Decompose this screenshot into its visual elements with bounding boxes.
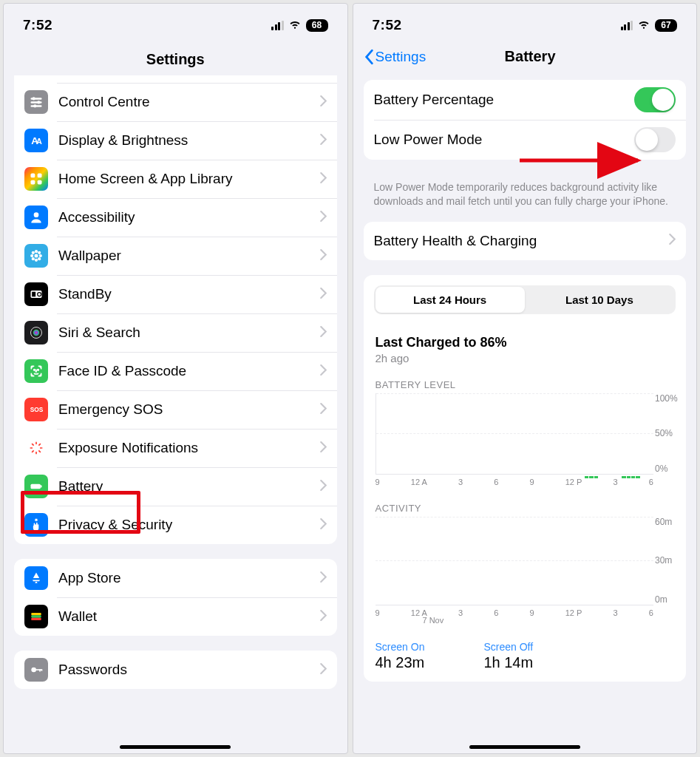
svg-point-26 <box>33 330 39 336</box>
time-range-segmented[interactable]: Last 24 Hours Last 10 Days <box>374 285 676 314</box>
row-label: StandBy <box>58 286 320 302</box>
svg-line-37 <box>32 450 34 452</box>
row-battery[interactable]: Battery <box>14 467 337 506</box>
seg-10d[interactable]: Last 10 Days <box>525 287 674 313</box>
chevron-right-icon <box>320 480 327 494</box>
svg-point-3 <box>33 97 35 100</box>
battery-percent: 67 <box>661 20 670 30</box>
faceid-icon <box>24 359 48 383</box>
chevron-right-icon <box>320 326 327 340</box>
row-label: Home Screen & App Library <box>58 171 320 187</box>
toggle-battery-percentage[interactable] <box>634 87 676 112</box>
chart-activity: 60m 30m 0m 912 A36912 P36 7 Nov <box>364 517 687 632</box>
flower-icon <box>24 244 48 268</box>
svg-rect-45 <box>35 669 41 671</box>
stat-screen-off: Screen Off 1h 14m <box>483 641 533 671</box>
svg-line-36 <box>38 450 41 452</box>
toggle-low-power-mode[interactable] <box>634 127 676 152</box>
row-app-store[interactable]: App Store <box>14 559 337 597</box>
chevron-right-icon <box>320 211 327 225</box>
siri-icon <box>24 321 48 344</box>
battery-toggles-group: Battery Percentage Low Power Mode <box>364 80 687 160</box>
chevron-right-icon <box>320 571 327 585</box>
settings-scroll[interactable]: General Control Centre AA Display & Brig… <box>4 75 347 753</box>
row-label: Accessibility <box>58 209 320 225</box>
row-siri-search[interactable]: Siri & Search <box>14 313 337 352</box>
row-label: Passwords <box>58 662 320 678</box>
chevron-left-icon <box>364 49 374 65</box>
row-face-id-passcode[interactable]: Face ID & Passcode <box>14 352 337 390</box>
row-accessibility[interactable]: Accessibility <box>14 198 337 237</box>
row-battery-percentage[interactable]: Battery Percentage <box>364 80 687 120</box>
row-label: Exposure Notifications <box>58 440 320 456</box>
sos-icon: SOS <box>24 398 48 421</box>
row-general[interactable]: General <box>14 75 337 83</box>
nav-bar: Settings Battery <box>353 41 697 72</box>
svg-rect-23 <box>32 292 35 297</box>
phone-settings: 7:52 68 Settings General Control Centre … <box>3 3 348 754</box>
battery-indicator: 67 <box>655 19 677 32</box>
row-battery-health[interactable]: Battery Health & Charging <box>364 222 687 260</box>
chevron-right-icon <box>320 288 327 302</box>
home-indicator[interactable] <box>120 745 231 749</box>
row-label: Wallpaper <box>58 248 320 264</box>
chevron-right-icon <box>320 441 327 455</box>
svg-point-20 <box>32 257 35 260</box>
chevron-right-icon <box>320 610 327 624</box>
svg-rect-43 <box>31 618 41 620</box>
home-indicator[interactable] <box>469 745 580 749</box>
svg-point-13 <box>35 254 38 258</box>
svg-rect-42 <box>31 615 41 617</box>
svg-line-38 <box>38 444 41 446</box>
svg-rect-8 <box>31 174 35 178</box>
row-label: Display & Brightness <box>58 132 320 149</box>
settings-group-2: App Store Wallet <box>14 559 337 636</box>
chevron-right-icon <box>320 134 327 148</box>
chart-title-level: BATTERY LEVEL <box>364 375 687 393</box>
row-label: Battery Health & Charging <box>374 233 670 249</box>
row-privacy-security[interactable]: Privacy & Security <box>14 506 337 544</box>
svg-rect-40 <box>41 485 42 487</box>
row-wallet[interactable]: Wallet <box>14 597 337 636</box>
svg-rect-10 <box>31 180 35 185</box>
row-display-brightness[interactable]: AA Display & Brightness <box>14 121 337 160</box>
status-icons: 68 <box>271 17 328 33</box>
row-exposure-notifications[interactable]: Exposure Notifications <box>14 429 337 467</box>
row-wallpaper[interactable]: Wallpaper <box>14 237 337 275</box>
chart-title-activity: ACTIVITY <box>364 498 687 517</box>
y-axis-level: 100% 50% 0% <box>655 393 683 474</box>
chevron-right-icon <box>320 364 327 378</box>
row-passwords[interactable]: Passwords <box>14 651 337 689</box>
last-charged-sub: 2h ago <box>364 352 687 375</box>
row-label: Battery <box>58 478 320 495</box>
svg-point-19 <box>38 251 41 254</box>
row-label: Emergency SOS <box>58 401 320 418</box>
svg-point-21 <box>38 257 41 260</box>
row-label: Face ID & Passcode <box>58 363 320 379</box>
svg-point-5 <box>33 104 36 107</box>
row-label: App Store <box>58 570 320 586</box>
chevron-right-icon <box>320 663 327 677</box>
person-icon <box>24 206 48 229</box>
clock-icon <box>24 282 48 306</box>
chevron-right-icon <box>320 518 327 532</box>
row-home-screen-app-library[interactable]: Home Screen & App Library <box>14 160 337 198</box>
hand-icon <box>24 513 48 537</box>
svg-point-15 <box>35 259 38 262</box>
row-emergency-sos[interactable]: SOS Emergency SOS <box>14 390 337 429</box>
battery-health-group: Battery Health & Charging <box>364 222 687 260</box>
stat-screen-on: Screen On 4h 23m <box>376 641 425 671</box>
svg-point-18 <box>32 251 35 254</box>
seg-24h[interactable]: Last 24 Hours <box>376 287 525 313</box>
last-charged-header: Last Charged to 86% <box>364 325 687 352</box>
status-icons: 67 <box>621 17 678 33</box>
row-control-centre[interactable]: Control Centre <box>14 83 337 121</box>
svg-point-28 <box>38 370 39 371</box>
y-axis-activity: 60m 30m 0m <box>655 517 683 605</box>
row-standby[interactable]: StandBy <box>14 275 337 313</box>
key-icon <box>24 658 48 682</box>
row-label: Control Centre <box>58 94 320 110</box>
low-power-mode-footer: Low Power Mode temporarily reduces backg… <box>353 174 697 222</box>
battery-indicator: 68 <box>306 19 328 32</box>
row-low-power-mode[interactable]: Low Power Mode <box>364 120 687 160</box>
